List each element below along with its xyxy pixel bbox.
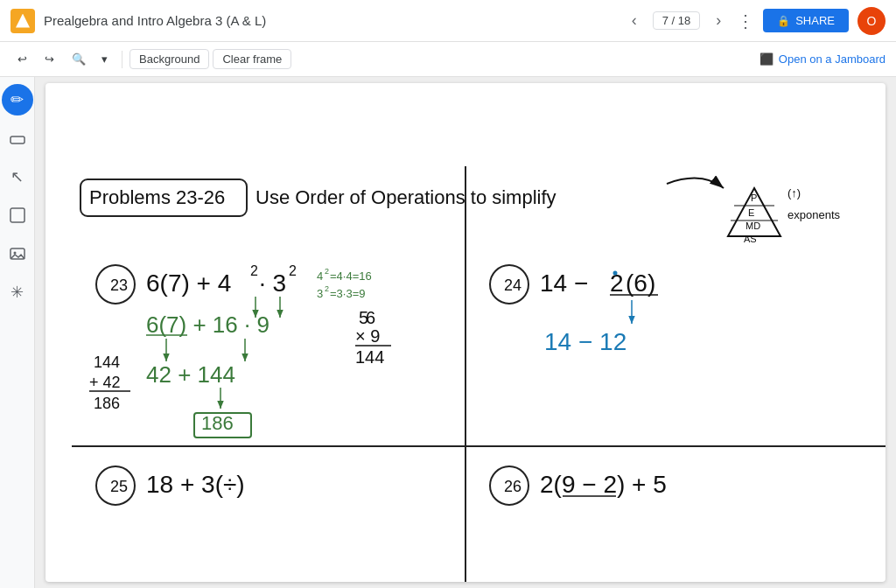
redo-button[interactable]: ↪ — [38, 49, 61, 69]
svg-text:14 − 12: 14 − 12 — [544, 328, 626, 355]
svg-text:2: 2 — [289, 263, 297, 278]
svg-text:2: 2 — [325, 267, 329, 276]
app-logo — [10, 9, 35, 33]
next-page-button[interactable]: › — [709, 8, 728, 33]
canvas-area[interactable]: Problems 23-26 Use Order of Operations t… — [35, 77, 896, 588]
background-button[interactable]: Background — [130, 49, 209, 69]
svg-text:18 + 3(÷): 18 + 3(÷) — [146, 471, 245, 498]
open-jamboard-button[interactable]: ⬛ Open on a Jamboard — [760, 52, 886, 66]
svg-text:2(9 − 2) + 5: 2(9 − 2) + 5 — [540, 471, 667, 498]
app-title: Prealgebra and Intro Algebra 3 (A & L) — [44, 13, 616, 28]
svg-text:4: 4 — [317, 270, 323, 283]
laser-tool-button[interactable]: ✳ — [2, 276, 33, 308]
svg-text:+ 42: + 42 — [89, 374, 121, 391]
zoom-control: 🔍 ▾ — [65, 49, 115, 69]
whiteboard-svg: Problems 23-26 Use Order of Operations t… — [46, 83, 886, 582]
toolbar: ↩ ↪ 🔍 ▾ Background Clear frame ⬛ Open on… — [0, 42, 896, 77]
prev-page-button[interactable]: ‹ — [625, 8, 644, 33]
svg-text:Use Order of Operations to sim: Use Order of Operations to simplify — [256, 186, 556, 208]
jamboard-icon: ⬛ — [760, 52, 774, 66]
svg-text:6(7) + 16 · 9: 6(7) + 16 · 9 — [146, 312, 270, 338]
svg-text:Problems 23-26: Problems 23-26 — [89, 186, 225, 208]
user-avatar[interactable]: O — [858, 7, 886, 35]
svg-text:exponents: exponents — [788, 208, 840, 221]
svg-point-56 — [613, 271, 618, 276]
chevron-down-icon: ▾ — [102, 52, 108, 66]
svg-text:24: 24 — [504, 276, 522, 294]
svg-text:6: 6 — [366, 308, 375, 327]
svg-text:186: 186 — [94, 395, 120, 412]
svg-text:E: E — [748, 207, 754, 218]
topbar: Prealgebra and Intro Algebra 3 (A & L) ‹… — [0, 0, 896, 42]
svg-rect-0 — [10, 136, 24, 144]
svg-text:P: P — [751, 192, 757, 203]
svg-text:=4·4=16: =4·4=16 — [330, 270, 372, 283]
svg-text:144: 144 — [94, 354, 120, 371]
svg-text:23: 23 — [110, 276, 128, 294]
share-button[interactable]: 🔒 SHARE — [763, 9, 849, 32]
svg-point-3 — [13, 252, 16, 255]
zoom-icon: 🔍 — [72, 52, 86, 66]
svg-text:3: 3 — [317, 287, 323, 300]
svg-text:· 3: · 3 — [259, 270, 286, 297]
lock-icon: 🔒 — [777, 15, 790, 27]
more-menu-button[interactable]: ⋮ — [737, 10, 754, 32]
svg-text:26: 26 — [504, 478, 522, 495]
svg-rect-1 — [10, 208, 24, 222]
clear-frame-button[interactable]: Clear frame — [213, 49, 291, 69]
svg-text:=3·3=9: =3·3=9 — [330, 287, 366, 300]
svg-text:(↑): (↑) — [788, 186, 801, 200]
pen-tool-button[interactable]: ✏ — [2, 84, 33, 116]
eraser-tool-button[interactable] — [2, 122, 33, 154]
zoom-button[interactable]: 🔍 — [65, 49, 93, 69]
sticky-note-tool-button[interactable] — [2, 200, 33, 231]
svg-text:2: 2 — [325, 284, 329, 293]
svg-text:186: 186 — [201, 412, 234, 434]
select-tool-button[interactable]: ↖ — [2, 161, 33, 192]
image-tool-button[interactable] — [2, 238, 33, 270]
left-sidebar: ✏ ↖ ✳ — [0, 77, 35, 588]
svg-text:14 −: 14 − — [540, 270, 588, 297]
svg-text:2: 2 — [250, 263, 258, 278]
whiteboard[interactable]: Problems 23-26 Use Order of Operations t… — [46, 83, 886, 582]
undo-icon: ↩ — [18, 52, 27, 66]
svg-text:(6): (6) — [626, 270, 655, 297]
svg-text:144: 144 — [355, 347, 384, 367]
main-area: ✏ ↖ ✳ Problems 23-26 Use Orde — [0, 77, 896, 588]
svg-text:× 9: × 9 — [355, 326, 380, 346]
svg-text:6(7) + 4: 6(7) + 4 — [146, 270, 231, 297]
svg-text:42  +  144: 42 + 144 — [146, 361, 235, 388]
redo-icon: ↪ — [45, 52, 54, 66]
svg-text:25: 25 — [110, 478, 128, 495]
app-logo-icon — [16, 14, 30, 28]
svg-text:MD: MD — [746, 220, 760, 231]
page-indicator: 7 / 18 — [653, 11, 701, 30]
toolbar-divider — [122, 51, 122, 68]
zoom-dropdown-button[interactable]: ▾ — [94, 49, 115, 69]
share-label: SHARE — [795, 14, 835, 27]
svg-text:AS: AS — [744, 234, 757, 244]
open-jamboard-label: Open on a Jamboard — [779, 52, 886, 66]
undo-button[interactable]: ↩ — [10, 49, 34, 69]
